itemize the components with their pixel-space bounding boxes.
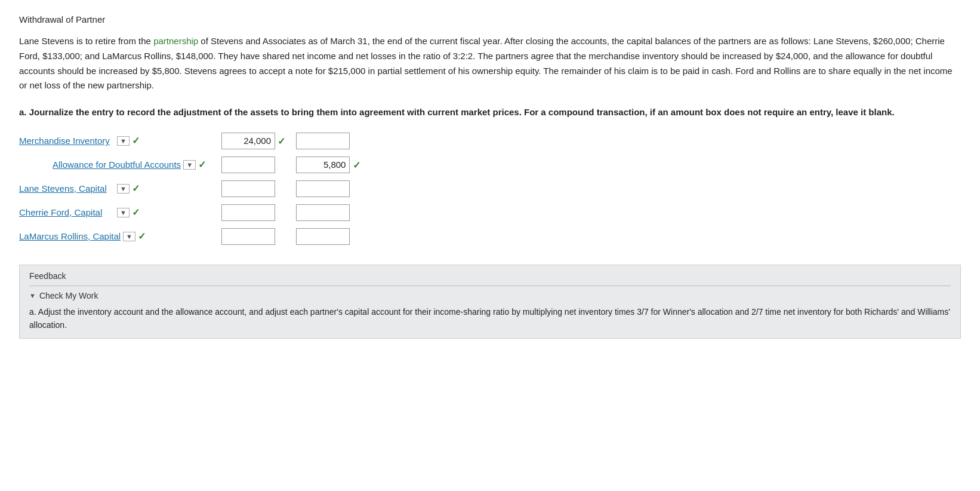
- account-cell-1: Allowance for Doubtful Accounts▼✓: [19, 155, 209, 175]
- debit-cell-4: [209, 226, 289, 247]
- account-cell-0: Merchandise Inventory▼✓: [19, 131, 209, 151]
- dropdown-arrow-3[interactable]: ▼: [117, 208, 130, 217]
- debit-cell-0: ✓: [209, 131, 289, 151]
- credit-cell-4: [289, 226, 363, 247]
- credit-cell-2: [289, 179, 363, 199]
- account-link-0[interactable]: Merchandise Inventory: [19, 136, 115, 146]
- account-check-3: ✓: [132, 207, 140, 218]
- journal-section: Merchandise Inventory▼✓ ✓Allowance for D…: [19, 131, 961, 250]
- dropdown-arrow-2[interactable]: ▼: [117, 184, 130, 194]
- table-row: Lane Stevens, Capital▼✓: [19, 179, 364, 199]
- account-wrapper-4: LaMarcus Rollins, Capital▼✓: [19, 231, 206, 242]
- question-section: a. Journalize the entry to record the ad…: [19, 105, 961, 120]
- row-spacer: [19, 247, 364, 250]
- account-check-0: ✓: [132, 135, 140, 146]
- account-cell-3: Cherrie Ford, Capital▼✓: [19, 202, 209, 223]
- debit-input-0[interactable]: [221, 133, 275, 149]
- debit-input-2[interactable]: [221, 180, 275, 197]
- description-text: Lane Stevens is to retire from the partn…: [19, 34, 961, 93]
- page-title: Withdrawal of Partner: [19, 14, 961, 24]
- debit-cell-1: [209, 155, 289, 175]
- debit-check-0: ✓: [275, 136, 285, 146]
- dropdown-arrow-1[interactable]: ▼: [183, 160, 196, 170]
- debit-input-3[interactable]: [221, 204, 275, 221]
- account-cell-4: LaMarcus Rollins, Capital▼✓: [19, 226, 209, 247]
- debit-cell-2: [209, 179, 289, 199]
- credit-input-0[interactable]: [296, 133, 350, 149]
- question-label-letter: a.: [19, 107, 27, 117]
- table-row: Cherrie Ford, Capital▼✓: [19, 202, 364, 223]
- debit-cell-3: [209, 202, 289, 223]
- account-wrapper-0: Merchandise Inventory▼✓: [19, 135, 206, 146]
- account-check-1: ✓: [198, 159, 206, 170]
- desc-part1: Lane Stevens is to retire from the: [19, 36, 153, 46]
- journal-table: Merchandise Inventory▼✓ ✓Allowance for D…: [19, 131, 364, 250]
- feedback-divider: [29, 286, 951, 286]
- table-row: Allowance for Doubtful Accounts▼✓ ✓: [19, 155, 364, 175]
- credit-input-2[interactable]: [296, 180, 350, 197]
- feedback-title: Feedback: [29, 271, 951, 281]
- credit-check-1: ✓: [350, 159, 360, 170]
- table-row: LaMarcus Rollins, Capital▼✓: [19, 226, 364, 247]
- account-link-1[interactable]: Allowance for Doubtful Accounts: [41, 159, 181, 170]
- account-check-4: ✓: [138, 231, 146, 242]
- debit-input-4[interactable]: [221, 228, 275, 245]
- triangle-icon: ▼: [29, 292, 36, 299]
- credit-cell-1: ✓: [289, 155, 363, 175]
- credit-input-1[interactable]: [296, 156, 350, 173]
- account-check-2: ✓: [132, 183, 140, 194]
- table-row: Merchandise Inventory▼✓ ✓: [19, 131, 364, 151]
- credit-cell-3: [289, 202, 363, 223]
- credit-input-4[interactable]: [296, 228, 350, 245]
- partnership-link[interactable]: partnership: [153, 36, 198, 46]
- feedback-text: a. Adjust the inventory account and the …: [29, 305, 951, 332]
- feedback-section: Feedback ▼ Check My Work a. Adjust the i…: [19, 265, 961, 339]
- account-link-4[interactable]: LaMarcus Rollins, Capital: [19, 231, 121, 241]
- account-wrapper-1: Allowance for Doubtful Accounts▼✓: [41, 159, 206, 170]
- account-wrapper-3: Cherrie Ford, Capital▼✓: [19, 207, 206, 218]
- question-text: Journalize the entry to record the adjus…: [27, 107, 895, 117]
- account-link-3[interactable]: Cherrie Ford, Capital: [19, 207, 115, 217]
- account-wrapper-2: Lane Stevens, Capital▼✓: [19, 183, 206, 194]
- dropdown-arrow-0[interactable]: ▼: [117, 136, 130, 146]
- dropdown-arrow-4[interactable]: ▼: [123, 232, 135, 241]
- debit-input-1[interactable]: [221, 156, 275, 173]
- account-cell-2: Lane Stevens, Capital▼✓: [19, 179, 209, 199]
- account-link-2[interactable]: Lane Stevens, Capital: [19, 183, 115, 194]
- check-my-work-button[interactable]: ▼ Check My Work: [29, 291, 951, 300]
- credit-input-3[interactable]: [296, 204, 350, 221]
- check-my-work-label: Check My Work: [39, 291, 98, 300]
- credit-cell-0: [289, 131, 363, 151]
